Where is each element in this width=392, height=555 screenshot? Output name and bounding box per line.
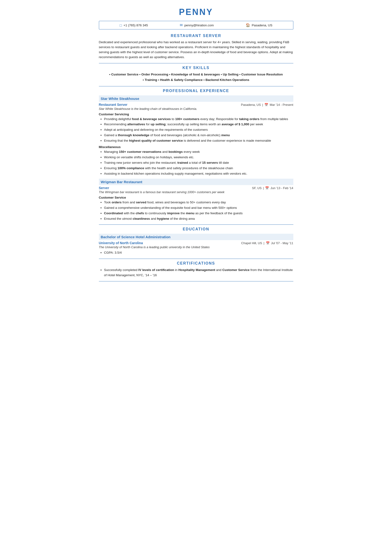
skills-content: • Customer Service • Order Processing • … [99,72,293,83]
list-item: Adept at anticipating and delivering on … [104,127,293,132]
home-icon: 🏠 [246,23,250,27]
list-item: Recommending alternatives for up selling… [104,122,293,127]
list-item: Ensuring 100% compliance with the health… [104,166,293,171]
divider-5 [99,281,293,281]
contact-bar: □ +1 (765) 876 345 ✉ penny@hiration.com … [99,21,293,29]
list-item: Managing 150+ customer reservations and … [104,149,293,154]
experience-section-title: PROFESSIONAL EXPERIENCE [99,89,293,93]
certifications-section-title: CERTIFICATIONS [99,261,293,265]
bullet-list-1b: Managing 150+ customer reservations and … [104,149,293,176]
degree-name-1: Bachelor of Science Hotel Administration [101,235,171,239]
edu-date-1: Jul '07 - May '11 [271,241,293,245]
edu-desc-1: The University of North Carolina is a le… [99,245,293,249]
education-section-title: EDUCATION [99,227,293,231]
calendar-icon-2: 📅 [265,186,269,190]
resume-name: PENNY [99,7,293,17]
job-title-1: Restaurant Server [99,103,128,107]
university-name-1: University of North Carolina [99,241,143,245]
email-contact: ✉ penny@hiration.com [180,23,214,27]
list-item: Successfully completed IV levels of cert… [104,267,293,278]
bullet-list-2a: Took orders from and served food, wines … [104,200,293,221]
list-item: Training new junior servers who join the… [104,161,293,165]
list-item: CGPA: 3.5/4 [104,250,293,255]
phone-contact: □ +1 (765) 876 345 [120,23,148,27]
list-item: Ensuring that the highest quality of cus… [104,138,293,143]
company-bar-1: Star White Steakhouse [99,95,293,102]
divider-4 [99,259,293,259]
job-location-date-2: SF, US | 📅 Jun '13 - Feb '14 [252,186,293,190]
edu-location-date-1: Chapel Hill, US | 📅 Jul '07 - May '11 [241,241,293,245]
edu-location-1: Chapel Hill, US [241,241,262,245]
summary-title: Restaurant Server [99,34,293,38]
company-desc-2: The Wringman bar restaurant is a famous … [99,190,293,194]
list-item: Took orders from and served food, wines … [104,200,293,205]
edu-bullets-1: CGPA: 3.5/4 [104,250,293,255]
list-item: Providing delightful food & beverage ser… [104,117,293,122]
calendar-icon-1: 📅 [264,103,268,107]
divider-2 [99,86,293,86]
location: Pasadena, US [252,23,272,27]
skills-section-title: KEY SKILLS [99,66,293,70]
skills-line-2: • Training • Health & Safety Compliance … [99,77,293,83]
list-item: Gained a thorough knowledge of food and … [104,133,293,138]
location-contact: 🏠 Pasadena, US [246,23,272,27]
skills-line-1: • Customer Service • Order Processing • … [99,72,293,77]
calendar-icon-3: 📅 [266,241,270,245]
job-location-1: Pasadena, US [241,103,261,107]
email-address: penny@hiration.com [185,23,214,27]
job-date-1: Mar '14 - Present [270,103,293,107]
degree-bar-1: Bachelor of Science Hotel Administration [99,234,293,240]
job-date-2: Jun '13 - Feb '14 [270,186,293,190]
list-item: Working on versatile shifts including on… [104,155,293,160]
job-location-2: SF, US [252,186,262,190]
divider-3 [99,225,293,225]
bullet-list-1a: Providing delightful food & beverage ser… [104,117,293,144]
email-icon: ✉ [180,23,183,27]
list-item: Ensured the utmost cleanliness and hygie… [104,216,293,221]
company-desc-1: Star White Steakhouse is the leading cha… [99,107,293,110]
phone-number: +1 (765) 876 345 [124,23,148,27]
summary-text: Dedicated and experienced professional w… [99,40,293,60]
edu-row-1: University of North Carolina Chapel Hill… [99,241,293,245]
list-item: Assisting in backend kitchen operations … [104,171,293,176]
subsection-heading-1b: Miscellaneous [99,145,293,149]
company-name-1: Star White Steakhouse [101,97,139,101]
company-bar-2: Wrigman Bar Restaurant [99,179,293,185]
subsection-heading-2a: Customer Service [99,196,293,199]
divider-1 [99,63,293,63]
list-item: Gained a comprehensive understanding of … [104,205,293,211]
job-title-2: Server [99,186,109,190]
certifications-list: Successfully completed IV levels of cert… [104,267,293,278]
subsection-heading-1a: Customer Servicing [99,112,293,116]
company-name-2: Wrigman Bar Restaurant [101,180,143,184]
job-location-date-1: Pasadena, US | 📅 Mar '14 - Present [241,103,293,107]
job-row-1: Restaurant Server Pasadena, US | 📅 Mar '… [99,103,293,107]
job-row-2: Server SF, US | 📅 Jun '13 - Feb '14 [99,186,293,190]
list-item: Coordinated with the chefs to continuous… [104,211,293,216]
phone-icon: □ [120,23,122,27]
